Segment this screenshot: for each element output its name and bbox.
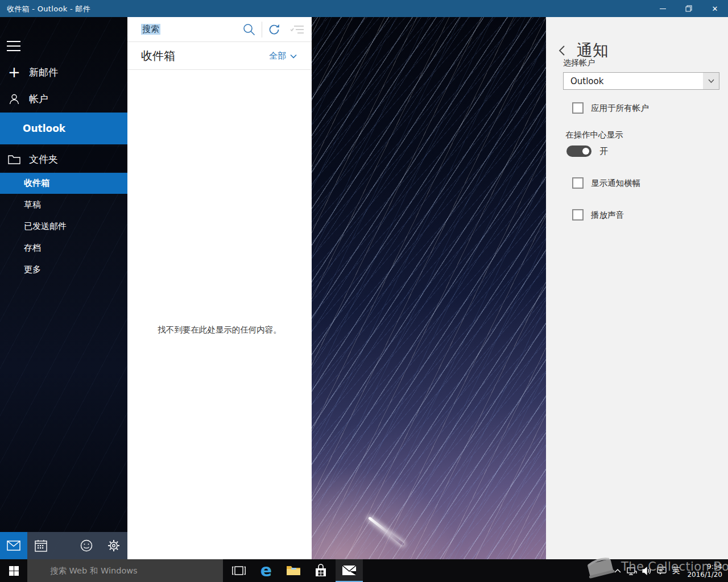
message-list-pane: 搜索 收件箱 全部 找不到要在此处显示的任何内容。 <box>127 17 312 559</box>
search-icon[interactable] <box>242 23 256 36</box>
folders-label: 文件夹 <box>29 153 58 166</box>
empty-state-message: 找不到要在此处显示的任何内容。 <box>127 325 312 335</box>
gear-icon <box>107 539 120 552</box>
mail-app-icon <box>342 565 357 576</box>
accounts-button[interactable]: 帐户 <box>0 89 127 109</box>
sync-icon[interactable] <box>267 23 281 36</box>
edge-browser-button[interactable]: e <box>253 559 280 582</box>
system-tray: 英 9:54 2016/1/20 <box>614 563 722 579</box>
folder-icon <box>7 154 21 164</box>
hamburger-menu-icon[interactable] <box>7 41 20 51</box>
show-banner-row[interactable]: 显示通知横幅 <box>572 177 640 189</box>
mail-tab-button[interactable] <box>0 532 27 559</box>
task-view-icon <box>232 566 246 576</box>
sidebar: + 新邮件 帐户 Outlook 文件夹 收件箱 草稿 已发送邮件 存档 更多 <box>0 17 127 559</box>
network-icon[interactable] <box>627 567 637 575</box>
sidebar-item-account-outlook[interactable]: Outlook <box>0 113 127 144</box>
notification-settings-panel: 通知 选择帐户 Outlook 应用于所有帐户 在操作中心显示 开 显示通知横幅… <box>546 17 728 559</box>
apply-all-accounts-row[interactable]: 应用于所有帐户 <box>572 102 649 114</box>
hidden-icons-chevron-icon[interactable] <box>614 568 622 573</box>
plus-icon: + <box>7 66 21 78</box>
play-sound-row[interactable]: 播放声音 <box>572 209 624 221</box>
minimize-icon <box>660 9 666 9</box>
search-bar: 搜索 <box>127 17 312 42</box>
taskbar-clock[interactable]: 9:54 2016/1/20 <box>687 563 722 579</box>
play-sound-checkbox[interactable] <box>572 209 584 221</box>
show-banner-checkbox[interactable] <box>572 177 584 189</box>
edge-icon: e <box>260 562 272 579</box>
titlebar: 收件箱 - Outlook - 邮件 ✕ <box>0 0 728 17</box>
filter-all-dropdown[interactable]: 全部 <box>269 51 297 61</box>
action-center-icon[interactable] <box>657 566 667 575</box>
sidebar-bottom-bar <box>0 532 127 559</box>
clock-time: 9:54 <box>707 563 722 571</box>
sidebar-item-archive[interactable]: 存档 <box>0 238 127 259</box>
clock-date: 2016/1/20 <box>687 571 722 579</box>
toggle-state-label: 开 <box>599 146 608 157</box>
meteor-streak <box>368 517 405 546</box>
sidebar-bottom-spacer <box>55 532 73 559</box>
calendar-icon <box>35 539 47 552</box>
sidebar-item-drafts[interactable]: 草稿 <box>0 194 127 215</box>
play-sound-label: 播放声音 <box>591 210 624 221</box>
mail-app-button[interactable] <box>336 559 363 582</box>
person-icon <box>7 93 21 105</box>
action-center-toggle-row: 开 <box>566 146 608 157</box>
action-center-toggle[interactable] <box>566 146 592 157</box>
smiley-icon <box>80 539 93 552</box>
calendar-tab-button[interactable] <box>27 532 55 559</box>
sidebar-item-more[interactable]: 更多 <box>0 259 127 280</box>
volume-icon[interactable] <box>642 567 652 575</box>
show-banner-label: 显示通知横幅 <box>591 178 640 189</box>
desktop-wallpaper <box>312 17 546 559</box>
list-title: 收件箱 <box>141 48 175 64</box>
list-header: 收件箱 全部 <box>127 42 312 70</box>
new-mail-button[interactable]: + 新邮件 <box>0 63 127 82</box>
search-divider <box>262 22 262 38</box>
toggle-knob <box>582 148 589 155</box>
filter-all-label: 全部 <box>269 51 286 61</box>
dropdown-chevron-button[interactable] <box>703 73 719 89</box>
account-name-label: Outlook <box>23 123 65 134</box>
window-title: 收件箱 - Outlook - 邮件 <box>7 4 90 14</box>
new-mail-label: 新邮件 <box>29 66 58 79</box>
folders-header[interactable]: 文件夹 <box>0 147 127 172</box>
start-button[interactable] <box>0 559 27 582</box>
chevron-down-icon <box>290 54 297 59</box>
sidebar-item-sent[interactable]: 已发送邮件 <box>0 216 127 237</box>
store-icon <box>314 564 328 577</box>
accounts-label: 帐户 <box>29 93 48 106</box>
restore-icon <box>685 5 692 12</box>
windows-logo-icon <box>9 566 19 576</box>
close-icon: ✕ <box>712 5 718 13</box>
apply-all-checkbox[interactable] <box>572 102 584 114</box>
file-explorer-icon <box>286 565 301 576</box>
file-explorer-button[interactable] <box>280 559 307 582</box>
account-dropdown[interactable]: Outlook <box>563 72 719 90</box>
sidebar-item-inbox[interactable]: 收件箱 <box>0 173 127 194</box>
search-input[interactable]: 搜索 <box>141 24 160 35</box>
back-chevron-icon[interactable] <box>559 45 565 56</box>
taskbar-search-input[interactable]: 搜索 Web 和 Windows <box>27 559 223 582</box>
apply-all-label: 应用于所有帐户 <box>591 103 649 114</box>
filter-icon[interactable] <box>290 23 305 36</box>
taskbar-search-placeholder: 搜索 Web 和 Windows <box>50 566 138 576</box>
feedback-button[interactable] <box>73 532 100 559</box>
close-button[interactable]: ✕ <box>702 0 728 17</box>
chevron-down-icon <box>708 79 714 83</box>
ime-language-indicator[interactable]: 英 <box>672 566 680 576</box>
taskbar: 搜索 Web 和 Windows e 英 9:54 2016/1/20 <box>0 559 728 582</box>
restore-button[interactable] <box>676 0 702 17</box>
mail-icon <box>7 541 20 551</box>
settings-button[interactable] <box>100 532 127 559</box>
store-button[interactable] <box>307 559 334 582</box>
select-account-label: 选择帐户 <box>563 58 595 68</box>
action-center-label: 在操作中心显示 <box>565 130 623 140</box>
task-view-button[interactable] <box>225 559 253 582</box>
account-dropdown-value: Outlook <box>570 76 703 86</box>
minimize-button[interactable] <box>650 0 676 17</box>
